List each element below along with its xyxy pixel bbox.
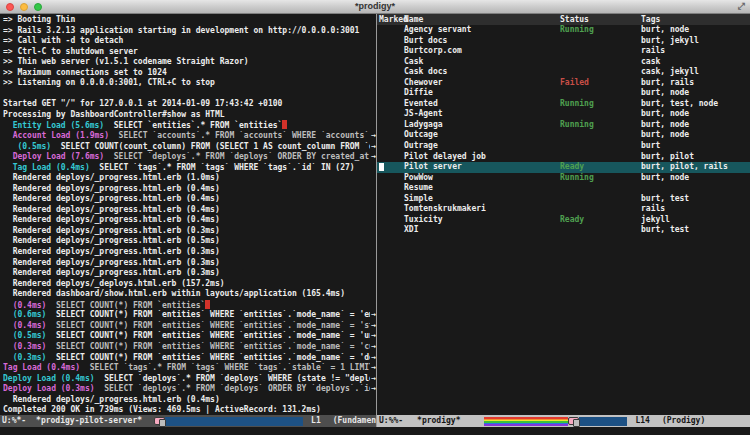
service-name: Cask: [404, 57, 423, 68]
log-line: Started GET "/" for 127.0.0.1 at 2014-01…: [3, 99, 376, 110]
log-text: Started GET "/" for 127.0.0.1 at 2014-01…: [3, 99, 282, 108]
service-tags: rails: [641, 204, 665, 215]
service-row[interactable]: PowWowRunningburt, node: [377, 173, 750, 184]
service-row[interactable]: XDIburt, test: [377, 225, 750, 236]
log-line: Rendered deploys/_progress.html.erb (0.4…: [3, 215, 376, 226]
modeline-flags: U:%*-: [2, 415, 26, 427]
service-row[interactable]: JS-Agentburt, node: [377, 109, 750, 120]
log-line: Rendered deploys/_progress.html.erb (0.5…: [3, 236, 376, 247]
log-text: Rendered deploys/_progress.html.erb (0.3…: [3, 247, 220, 256]
service-tags: rails: [641, 46, 665, 57]
service-row[interactable]: TuxicityReadyjekyll: [377, 215, 750, 226]
service-row[interactable]: Agency servantRunningburt, node: [377, 25, 750, 36]
modeline-line-number: L14: [635, 415, 649, 427]
service-row[interactable]: Burt docsburt, jekyll: [377, 36, 750, 47]
prodigy-window[interactable]: Marked Name Status Tags Agency servantRu…: [377, 14, 750, 427]
server-log-window[interactable]: => Booting Thin=> Rails 3.2.13 applicati…: [0, 14, 377, 427]
log-line: Deploy Load (7.6ms) SELECT `deploys`.* F…: [3, 152, 376, 163]
service-row[interactable]: Burtcorp.comrails: [377, 46, 750, 57]
service-name: Pilot delayed job: [404, 152, 486, 163]
column-header-status: Status: [560, 14, 589, 25]
service-row[interactable]: Simpleburt, test: [377, 194, 750, 205]
truncation-arrow-icon: →: [370, 331, 376, 342]
log-line: Deploy Load (0.4ms) SELECT `deploys`.* F…: [3, 374, 376, 385]
service-tags: burt, test, node: [641, 99, 718, 110]
window-title: *prodigy*: [0, 1, 750, 11]
log-line: (0.4ms) SELECT COUNT(*) FROM `entities`: [3, 300, 376, 311]
service-name: Diffie: [404, 88, 433, 99]
log-text: Rendered deploys/_progress.html.erb (0.4…: [3, 205, 220, 214]
log-text: Rendered deploys/_deploys.html.erb (157.…: [3, 279, 225, 288]
service-row[interactable]: Diffieburt, node: [377, 88, 750, 99]
service-row[interactable]: Pilot delayed jobburt, pilot: [377, 152, 750, 163]
service-row[interactable]: LadygagaRunningburt, node: [377, 120, 750, 131]
titlebar[interactable]: *prodigy* ⤢: [0, 0, 750, 14]
log-line: (0.5ms) SELECT COUNT(count_column) FROM …: [3, 142, 376, 153]
log-text: SELECT COUNT(*) FROM `entities` WHERE `e…: [46, 353, 376, 362]
nyan-progress-bar: [154, 417, 303, 426]
echo-area[interactable]: [0, 427, 750, 435]
log-text: SELECT COUNT(*) FROM `entities` WHERE `e…: [46, 310, 376, 319]
service-row[interactable]: Tomtenskrukmakerirails: [377, 204, 750, 215]
column-header-name: Name: [404, 14, 423, 25]
server-log: => Booting Thin=> Rails 3.2.13 applicati…: [0, 14, 376, 415]
log-text: Rendered deploys/_progress.html.erb (0.3…: [3, 226, 220, 235]
log-text: Deploy Load (0.3ms): [3, 384, 95, 393]
fullscreen-icon[interactable]: ⤢: [738, 1, 745, 12]
service-row[interactable]: Outcageburt, node: [377, 130, 750, 141]
log-text: Rendered deploys/_progress.html.erb (0.5…: [3, 236, 220, 245]
truncation-arrow-icon: →: [370, 131, 376, 142]
log-line: Rendered deploys/_progress.html.erb (0.3…: [3, 247, 376, 258]
log-text: SELECT `entities`.* FROM `entities`: [104, 121, 282, 130]
service-tags: burt, node: [641, 25, 689, 36]
log-line: Entity Load (5.6ms) SELECT `entities`.* …: [3, 120, 376, 131]
service-row[interactable]: ChewoverFailedburt, rails: [377, 78, 750, 89]
log-line: (0.3ms) SELECT COUNT(*) FROM `entities` …: [3, 342, 376, 353]
log-text: SELECT `deploys`.* FROM `deploys` ORDER …: [104, 152, 376, 161]
trailing-whitespace-highlight: [205, 300, 210, 309]
trailing-whitespace-highlight: [282, 120, 287, 129]
service-row[interactable]: Resume: [377, 183, 750, 194]
nyan-rainbow: [484, 417, 568, 426]
service-tags: cask, jekyll: [641, 67, 699, 78]
nyan-cat-icon: [154, 417, 165, 425]
log-text: Completed 200 OK in 739ms (Views: 469.5m…: [3, 405, 321, 414]
service-tags: burt, test: [641, 194, 689, 205]
service-status: Ready: [560, 162, 584, 173]
service-row[interactable]: Caskcask: [377, 57, 750, 68]
service-row[interactable]: Pilot serverReadyburt, pilot, rails: [377, 162, 750, 173]
service-row[interactable]: EventedRunningburt, test, node: [377, 99, 750, 110]
log-text: Rendered deploys/_progress.html.erb (0.3…: [3, 268, 220, 277]
service-row[interactable]: Outrageburt: [377, 141, 750, 152]
log-line: Rendered deploys/_progress.html.erb (0.4…: [3, 205, 376, 216]
log-text: SELECT COUNT(*) FROM `entities` WHERE `e…: [46, 321, 376, 330]
log-text: Rendered deploys/_progress.html.erb (0.4…: [3, 184, 220, 193]
log-text: Deploy Load (0.4ms): [3, 374, 95, 383]
service-name: PowWow: [404, 173, 433, 184]
log-line: >> Thin web server (v1.5.1 codename Stra…: [3, 57, 376, 68]
log-text: (0.5ms): [3, 142, 51, 151]
service-name: Tuxicity: [404, 215, 443, 226]
log-text: Rendered deploys/_progress.html.erb (0.3…: [3, 258, 220, 267]
truncation-arrow-icon: →: [370, 374, 376, 385]
service-tags: cask: [641, 57, 660, 68]
service-name: Agency servant: [404, 25, 471, 36]
service-row[interactable]: Cask docscask, jekyll: [377, 67, 750, 78]
truncation-arrow-icon: →: [370, 384, 376, 395]
log-line: Completed 200 OK in 739ms (Views: 469.5m…: [3, 405, 376, 415]
modeline-flags: U:%%-: [379, 415, 403, 427]
truncation-arrow-icon: →: [370, 142, 376, 153]
log-text: Rendered deploys/_progress.html.erb (0.4…: [3, 215, 220, 224]
log-line: => Ctrl-C to shutdown server: [3, 47, 376, 58]
log-text: Rendered deploys/_progress.html.erb (0.4…: [3, 395, 220, 404]
log-line: Deploy Load (0.3ms) SELECT `deploys`.* F…: [3, 384, 376, 395]
log-text: Processing by DashboardController#show a…: [3, 110, 225, 119]
service-tags: burt, node: [641, 173, 689, 184]
nyan-trail: [165, 417, 303, 426]
log-line: Rendered deploys/_progress.html.erb (1.0…: [3, 173, 376, 184]
log-text: => Booting Thin: [3, 15, 75, 24]
log-text: (0.5ms): [3, 331, 46, 340]
log-text: SELECT COUNT(count_column) FROM (SELECT …: [51, 142, 376, 151]
log-text: SELECT `tags`.* FROM `tags` WHERE `tags`…: [90, 163, 355, 172]
service-tags: burt, node: [641, 88, 689, 99]
